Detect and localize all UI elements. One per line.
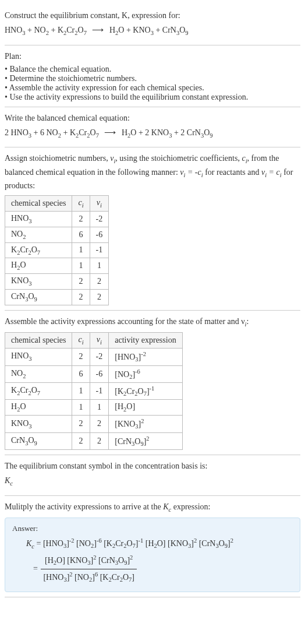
answer-box: Answer: Kc = [HNO3]-2 [NO2]-6 [K2Cr2O7]-…	[5, 518, 300, 592]
arrow-icon: ⟶	[104, 128, 116, 137]
table-row: KNO3 2 2	[5, 274, 109, 290]
unbalanced-equation: HNO3 + NO2 + K2Cr2O7 ⟶ H2O + KNO3 + CrN3…	[5, 24, 300, 38]
kc-expression: Kc = [HNO3]-2 [NO2]-6 [K2Cr2O7]-1 [H2O] …	[12, 536, 293, 552]
kc-fraction: = [H2O] [KNO3]2 [CrN3O9]2 [HNO3]2 [NO2]6…	[12, 552, 293, 586]
header-text: Construct the equilibrium constant, K, e…	[5, 9, 300, 22]
kc-symbol-section: The equilibrium constant symbol in the c…	[5, 455, 300, 496]
plan-item: Assemble the activity expression for eac…	[5, 83, 300, 93]
kc-symbol-text: The equilibrium constant symbol in the c…	[5, 460, 300, 472]
activity-table: chemical species ci νi activity expressi…	[5, 332, 183, 450]
table-row: NO2 6 -6 [NO2]-6	[5, 365, 183, 382]
col-c: ci	[72, 196, 90, 212]
plan-item: Use the activity expressions to build th…	[5, 93, 300, 102]
reactant-2: NO2	[34, 26, 49, 34]
plan-section: Plan: Balance the chemical equation. Det…	[5, 45, 300, 107]
reactant-3: K2Cr2O7	[58, 26, 87, 34]
table-row: K2Cr2O7 1 -1 [K2Cr2O7]-1	[5, 383, 183, 400]
col-nu: νi	[90, 196, 109, 212]
table-row: HNO3 2 -2	[5, 211, 109, 227]
reactant-1: HNO3	[5, 26, 26, 34]
arrow-icon: ⟶	[92, 26, 104, 34]
header-line1: Construct the equilibrium constant, K, e…	[5, 11, 180, 20]
col-species: chemical species	[5, 196, 72, 212]
answer-label: Answer:	[12, 524, 293, 533]
product-1: H2O	[109, 26, 125, 34]
activity-text: Assemble the activity expressions accoun…	[5, 315, 300, 329]
balanced-section: Write the balanced chemical equation: 2 …	[5, 107, 300, 148]
stoich-section: Assign stoichiometric numbers, νi, using…	[5, 147, 300, 311]
product-3: CrN3O9	[162, 26, 189, 34]
table-header-row: chemical species ci νi activity expressi…	[5, 333, 183, 349]
activity-section: Assemble the activity expressions accoun…	[5, 311, 300, 455]
stoich-text: Assign stoichiometric numbers, νi, using…	[5, 152, 300, 192]
table-row: CrN3O9 2 2	[5, 289, 109, 305]
table-row: NO2 6 -6	[5, 227, 109, 242]
plan-label: Plan:	[5, 50, 300, 62]
fraction: [H2O] [KNO3]2 [CrN3O9]2 [HNO3]2 [NO2]6 […	[41, 552, 137, 586]
table-row: CrN3O9 2 2 [CrN3O9]2	[5, 432, 183, 449]
kc-symbol: Kc	[5, 474, 300, 488]
table-row: K2Cr2O7 1 -1	[5, 242, 109, 258]
multiply-text: Mulitply the activity expressions to arr…	[5, 501, 300, 515]
table-row: KNO3 2 2 [KNO3]2	[5, 416, 183, 432]
table-row: HNO3 2 -2 [HNO3]-2	[5, 349, 183, 365]
header-section: Construct the equilibrium constant, K, e…	[5, 5, 300, 45]
balanced-equation: 2 HNO3 + 6 NO2 + K2Cr2O7 ⟶ H2O + 2 KNO3 …	[5, 126, 300, 140]
answer-section: Mulitply the activity expressions to arr…	[5, 496, 300, 598]
product-2: KNO3	[133, 26, 154, 34]
plan-list: Balance the chemical equation. Determine…	[5, 65, 300, 102]
plan-item: Determine the stoichiometric numbers.	[5, 74, 300, 83]
table-header-row: chemical species ci νi	[5, 196, 109, 212]
plan-item: Balance the chemical equation.	[5, 65, 300, 74]
stoich-table: chemical species ci νi HNO3 2 -2 NO2 6 -…	[5, 195, 109, 305]
balanced-label: Write the balanced chemical equation:	[5, 112, 300, 124]
table-row: H2O 1 1 [H2O]	[5, 400, 183, 416]
table-row: H2O 1 1	[5, 258, 109, 274]
